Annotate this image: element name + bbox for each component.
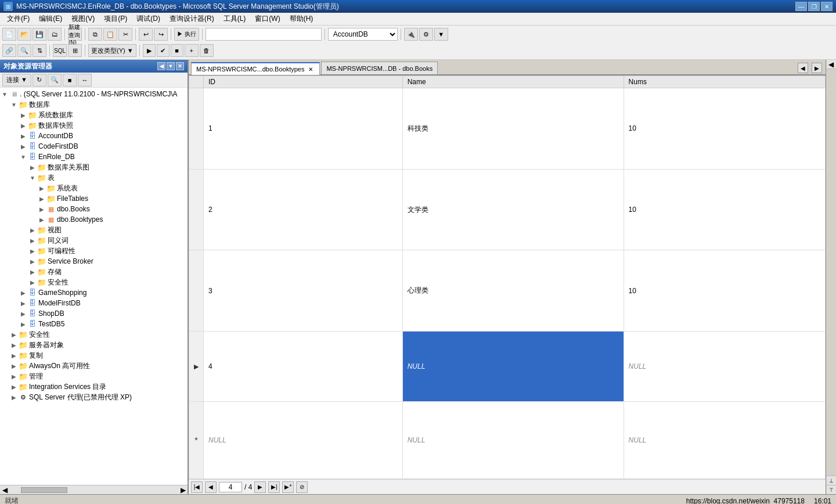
menu-file[interactable]: 文件(F): [2, 13, 34, 25]
right-panel-btn2[interactable]: ⊥: [827, 476, 836, 485]
tab-books[interactable]: MS-NPRSWRCISM...DB - dbo.Books: [321, 62, 438, 74]
accountdb-expander[interactable]: ▶: [19, 131, 28, 141]
col-nums[interactable]: Nums: [624, 76, 825, 88]
synonyms-expander[interactable]: ▶: [28, 236, 37, 245]
table-row[interactable]: 3 心理类 10: [189, 250, 826, 332]
close-button[interactable]: ✕: [821, 2, 833, 11]
menu-edit[interactable]: 编辑(E): [34, 13, 67, 25]
filter-btn[interactable]: 🔍: [17, 44, 31, 57]
tree-server-objects[interactable]: ▶ 📁 服务器对象: [0, 340, 188, 350]
tree-security-root[interactable]: ▶ 📁 安全性: [0, 329, 188, 340]
delete-row-btn[interactable]: 🗑: [200, 44, 214, 57]
menu-help[interactable]: 帮助(H): [285, 13, 318, 25]
connect-server-btn[interactable]: 🔗: [2, 44, 16, 57]
codefirstdb-expander[interactable]: ▶: [19, 142, 28, 151]
more-btn[interactable]: ▼: [434, 28, 448, 41]
cell-name-selected[interactable]: NULL: [402, 332, 624, 402]
repl-expander[interactable]: ▶: [9, 351, 19, 360]
change-type-btn[interactable]: 更改类型(Y) ▼: [88, 44, 136, 57]
cancel-btn[interactable]: ■: [171, 44, 183, 57]
mgmt-expander[interactable]: ▶: [9, 372, 19, 381]
nav-next-btn[interactable]: ▶: [254, 481, 266, 493]
tree-filetables[interactable]: ▶ 📁 FileTables: [0, 193, 188, 204]
nav-cancel-btn[interactable]: ⊘: [296, 481, 308, 493]
settings-btn[interactable]: ⚙: [419, 28, 433, 41]
maximize-button[interactable]: ❐: [808, 2, 820, 11]
minimize-button[interactable]: —: [795, 2, 807, 11]
diagrams-expander[interactable]: ▶: [28, 163, 37, 172]
tree-modelfirstdb[interactable]: ▶ 🗄 ModelFirstDB: [0, 298, 188, 308]
explorer-close-btn[interactable]: ✕: [176, 62, 184, 70]
test-expander[interactable]: ▶: [19, 319, 28, 329]
cell-name[interactable]: 文学类: [402, 169, 624, 250]
prog-expander[interactable]: ▶: [28, 246, 37, 255]
right-panel-btn1[interactable]: ◀: [827, 60, 836, 69]
redo-btn[interactable]: ↪: [154, 28, 168, 41]
tree-sys-tables[interactable]: ▶ 📁 系统表: [0, 183, 188, 193]
gs-expander[interactable]: ▶: [19, 288, 28, 297]
cut-btn[interactable]: ✂: [118, 28, 132, 41]
add-row-btn[interactable]: +: [185, 44, 199, 57]
cell-nums-new[interactable]: NULL: [624, 401, 825, 478]
shop-expander[interactable]: ▶: [19, 309, 28, 318]
tree-db-snapshots[interactable]: ▶ 📁 数据库快照: [0, 120, 188, 131]
cell-nums[interactable]: 10: [624, 250, 825, 332]
security-enrole-expander[interactable]: ▶: [28, 278, 37, 287]
storage-expander[interactable]: ▶: [28, 267, 37, 276]
verify-btn[interactable]: ✔: [157, 44, 170, 57]
explorer-sync-btn[interactable]: ↔: [78, 74, 92, 87]
connect-btn[interactable]: 🔌: [404, 28, 418, 41]
cell-name[interactable]: 科技类: [402, 88, 624, 170]
server-expander[interactable]: ▼: [0, 89, 9, 99]
cell-id[interactable]: 2: [204, 169, 403, 250]
tree-security-enrole[interactable]: ▶ 📁 安全性: [0, 277, 188, 287]
security-root-expander[interactable]: ▶: [9, 330, 19, 339]
tree-databases[interactable]: ▼ 📁 数据库: [0, 99, 188, 110]
explorer-hscroll[interactable]: ◀ ▶: [0, 485, 188, 494]
cell-id[interactable]: 1: [204, 88, 403, 170]
tree-views[interactable]: ▶ 📁 视图: [0, 225, 188, 235]
nav-first-btn[interactable]: |◀: [191, 481, 203, 493]
tree-dbo-booktypes[interactable]: ▶ ▦ dbo.Booktypes: [0, 214, 188, 225]
paste-btn[interactable]: 📋: [103, 28, 117, 41]
tree-synonyms[interactable]: ▶ 📁 同义词: [0, 235, 188, 246]
alwayson-expander[interactable]: ▶: [9, 361, 19, 370]
explorer-connect-btn[interactable]: 连接 ▼: [2, 74, 31, 87]
tree-enroledb[interactable]: ▼ 🗄 EnRole_DB: [0, 152, 188, 162]
table-row[interactable]: ▶ 4 NULL NULL: [189, 332, 826, 402]
cell-id-new[interactable]: NULL: [204, 401, 403, 478]
booktypes-expander[interactable]: ▶: [37, 215, 46, 224]
tab-booktypes-close[interactable]: ✕: [307, 65, 315, 73]
current-row-input[interactable]: [219, 482, 242, 492]
menu-project[interactable]: 项目(P): [99, 13, 132, 25]
agent-expander[interactable]: ▶: [9, 393, 19, 402]
sql-btn[interactable]: SQL: [53, 44, 67, 57]
tree-codefirstdb[interactable]: ▶ 🗄 CodeFirstDB: [0, 141, 188, 152]
col-id[interactable]: ID: [204, 76, 403, 88]
tree-sql-agent[interactable]: ▶ ⚙ SQL Server 代理(已禁用代理 XP): [0, 392, 188, 402]
nav-last-btn[interactable]: ▶|: [268, 481, 280, 493]
tree-storage[interactable]: ▶ 📁 存储: [0, 267, 188, 277]
tree-service-broker[interactable]: ▶ 📁 Service Broker: [0, 256, 188, 267]
table-row[interactable]: 1 科技类 10: [189, 88, 826, 170]
col-name[interactable]: Name: [402, 76, 624, 88]
explorer-options-btn[interactable]: ▼: [167, 62, 175, 70]
is-expander[interactable]: ▶: [9, 382, 19, 391]
mf-expander[interactable]: ▶: [19, 298, 28, 308]
search-input[interactable]: [206, 28, 322, 41]
menu-window[interactable]: 窗口(W): [250, 13, 284, 25]
filetables-expander[interactable]: ▶: [37, 194, 46, 203]
tab-booktypes[interactable]: MS-NPRSWRCISMC...dbo.Booktypes ✕: [191, 62, 320, 75]
tables-expander[interactable]: ▼: [28, 173, 37, 182]
cell-nums[interactable]: NULL: [624, 332, 825, 402]
new-query-btn[interactable]: 📄: [2, 28, 16, 41]
sort-btn[interactable]: ⇅: [33, 44, 46, 57]
views-expander[interactable]: ▶: [28, 225, 37, 235]
tree-server[interactable]: ▼ 🖥 . (SQL Server 11.0.2100 - MS-NPRSWRC…: [0, 89, 188, 99]
nav-prev-btn[interactable]: ◀: [205, 481, 217, 493]
database-dropdown[interactable]: AccountDB: [328, 28, 398, 41]
tree-integration-services[interactable]: ▶ 📁 Integration Services 目录: [0, 381, 188, 392]
explorer-filter-btn[interactable]: 🔍: [48, 74, 62, 87]
cell-nums[interactable]: 10: [624, 169, 825, 250]
cell-id[interactable]: 4: [204, 332, 403, 402]
